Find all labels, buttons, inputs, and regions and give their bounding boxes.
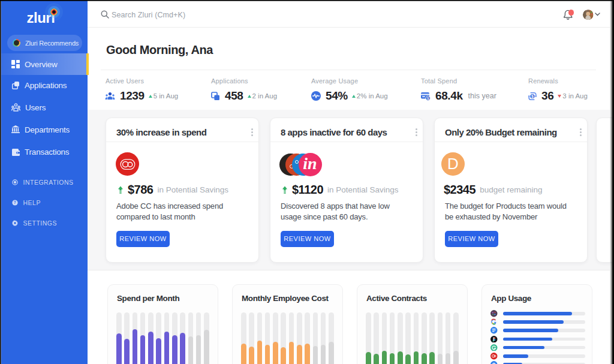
svg-text:$: $: [531, 94, 534, 99]
svg-text:$: $: [427, 97, 429, 100]
svg-text:?: ?: [13, 200, 16, 204]
